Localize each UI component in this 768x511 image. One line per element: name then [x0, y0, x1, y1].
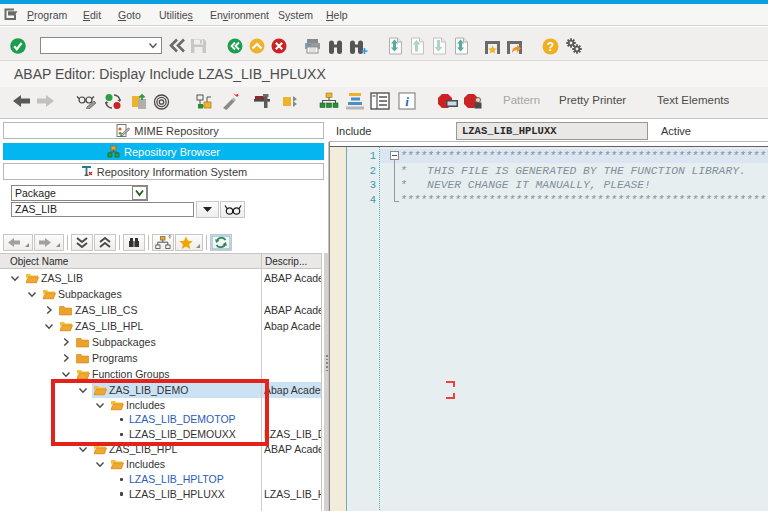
svg-text:?: ?	[547, 40, 554, 54]
svg-text:i: i	[405, 94, 409, 109]
